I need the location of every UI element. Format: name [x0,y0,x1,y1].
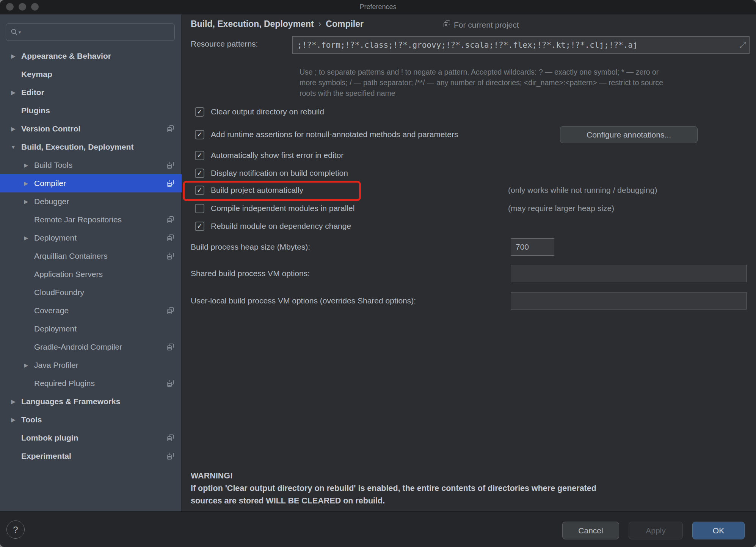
sidebar-item-plugins[interactable]: Plugins [0,102,182,120]
heap-size-field-wrap [511,238,554,256]
sidebar-item-gradle-android-compiler[interactable]: Gradle-Android Compiler [0,338,182,356]
resource-patterns-field-wrap: ⤢ [292,36,750,54]
sidebar-item-languages-frameworks[interactable]: ▶Languages & Frameworks [0,392,182,411]
resource-patterns-label: Resource patterns: [191,39,258,48]
breadcrumb-separator-icon: › [314,19,326,29]
project-level-icon [167,344,174,350]
checkbox-icon[interactable]: ✓ [195,107,204,117]
sidebar-item-version-control[interactable]: ▶Version Control [0,120,182,138]
sidebar-item-compiler[interactable]: ▶Compiler [0,174,182,192]
chevron-right-icon[interactable]: ▶ [21,162,31,168]
chevron-down-icon[interactable]: ▼ [8,144,18,150]
settings-search-field[interactable]: ▾ [6,23,175,41]
checkbox-rebuild-module-on-dependency-change[interactable]: ✓ Rebuild module on dependency change [195,220,351,232]
resource-patterns-input[interactable] [293,41,739,50]
chevron-right-icon[interactable]: ▶ [21,362,31,368]
checkbox-icon[interactable]: ✓ [195,222,204,231]
search-icon [11,28,18,36]
checkbox-icon[interactable]: ✓ [195,204,204,213]
checkbox-build-project-automatically[interactable]: ✓ Build project automatically [195,184,303,196]
ok-button[interactable]: OK [692,522,745,539]
heap-size-label: Build process heap size (Mbytes): [191,242,310,252]
project-level-icon [444,22,450,28]
shared-vm-options-field-wrap [511,265,747,282]
title-bar: Preferences [0,0,756,14]
project-level-icon [167,162,174,169]
checkbox-clear-output-directory[interactable]: ✓ Clear output directory on rebuild [195,106,324,117]
project-level-icon [167,253,174,259]
configure-annotations-button[interactable]: Configure annotations... [560,126,698,143]
checkbox-compile-independent-modules[interactable]: ✓ Compile independent modules in paralle… [195,203,354,214]
chevron-right-icon[interactable]: ▶ [8,53,18,59]
scope-indicator: For current project [444,20,519,30]
user-local-vm-options-input[interactable] [511,292,746,309]
sidebar-item-lombok-plugin[interactable]: Lombok plugin [0,429,182,447]
breadcrumb: Build, Execution, Deployment›Compiler [191,19,364,29]
help-button[interactable]: ? [6,520,25,539]
sidebar-item-keymap[interactable]: Keymap [0,65,182,83]
preferences-window: Preferences ▾ ▶Appearance & Behavior Key… [0,0,756,547]
project-level-icon [167,434,174,441]
dialog-footer: ? Cancel Apply OK [0,511,756,547]
chevron-right-icon[interactable]: ▶ [8,417,18,423]
chevron-right-icon[interactable]: ▶ [21,180,31,186]
sidebar-item-appearance-behavior[interactable]: ▶Appearance & Behavior [0,47,182,65]
chevron-right-icon[interactable]: ▶ [21,235,31,241]
window-title: Preferences [0,0,756,14]
sidebar-item-required-plugins[interactable]: Required Plugins [0,374,182,392]
breadcrumb-current: Compiler [326,19,364,29]
apply-button[interactable]: Apply [629,522,683,539]
project-level-icon [167,307,174,314]
resource-patterns-help: Use ; to separate patterns and ! to nega… [300,67,663,98]
sidebar-item-build-tools[interactable]: ▶Build Tools [0,156,182,174]
checkbox-icon[interactable]: ✓ [195,151,204,160]
sidebar-item-deployment[interactable]: ▶Deployment [0,229,182,247]
chevron-right-icon[interactable]: ▶ [8,89,18,95]
warning-text: WARNING! If option 'Clear output directo… [191,470,596,507]
project-level-icon [167,216,174,223]
breadcrumb-parent[interactable]: Build, Execution, Deployment [191,19,314,29]
settings-tree: ▶Appearance & Behavior Keymap ▶Editor Pl… [0,47,182,465]
compile-parallel-note: (may require larger heap size) [508,203,614,214]
checkbox-icon[interactable]: ✓ [195,186,204,195]
user-local-vm-options-field-wrap [511,292,747,309]
search-options-caret-icon[interactable]: ▾ [19,30,21,35]
checkbox-icon[interactable]: ✓ [195,169,204,178]
compiler-settings-panel: Build, Execution, Deployment›Compiler Fo… [182,14,756,511]
sidebar-item-tools[interactable]: ▶Tools [0,411,182,429]
sidebar-item-deployment-2[interactable]: Deployment [0,320,182,338]
sidebar-item-experimental[interactable]: Experimental [0,447,182,465]
checkbox-add-runtime-assertions[interactable]: ✓ Add runtime assertions for notnull-ann… [195,129,458,140]
checkbox-automatically-show-first-error[interactable]: ✓ Automatically show first error in edit… [195,150,343,161]
settings-sidebar: ▾ ▶Appearance & Behavior Keymap ▶Editor … [0,14,182,511]
shared-vm-options-input[interactable] [511,265,746,282]
project-level-icon [167,453,174,459]
expand-field-icon[interactable]: ⤢ [739,40,749,50]
project-level-icon [167,380,174,387]
sidebar-item-application-servers[interactable]: Application Servers [0,265,182,283]
sidebar-item-editor[interactable]: ▶Editor [0,83,182,102]
sidebar-item-debugger[interactable]: ▶Debugger [0,192,182,211]
chevron-right-icon[interactable]: ▶ [21,198,31,205]
sidebar-item-build-execution-deployment[interactable]: ▼Build, Execution, Deployment [0,138,182,156]
heap-size-input[interactable] [511,239,554,255]
checkbox-display-notification[interactable]: ✓ Display notification on build completi… [195,167,348,179]
chevron-right-icon[interactable]: ▶ [8,399,18,405]
sidebar-item-cloudfoundry[interactable]: CloudFoundry [0,283,182,302]
chevron-right-icon[interactable]: ▶ [8,126,18,132]
checkbox-icon[interactable]: ✓ [195,130,204,139]
sidebar-item-remote-jar-repositories[interactable]: Remote Jar Repositories [0,211,182,229]
project-level-icon [167,234,174,241]
sidebar-item-java-profiler[interactable]: ▶Java Profiler [0,356,182,374]
user-local-vm-options-label: User-local build process VM options (ove… [191,296,416,305]
sidebar-item-coverage[interactable]: Coverage [0,302,182,320]
cancel-button[interactable]: Cancel [562,522,619,539]
shared-vm-options-label: Shared build process VM options: [191,269,310,278]
search-input[interactable] [24,28,162,37]
scope-label: For current project [454,20,519,30]
build-automatically-note: (only works while not running / debuggin… [508,184,657,196]
sidebar-item-arquillian-containers[interactable]: Arquillian Containers [0,247,182,265]
project-level-icon [167,180,174,187]
project-level-icon [167,125,174,132]
